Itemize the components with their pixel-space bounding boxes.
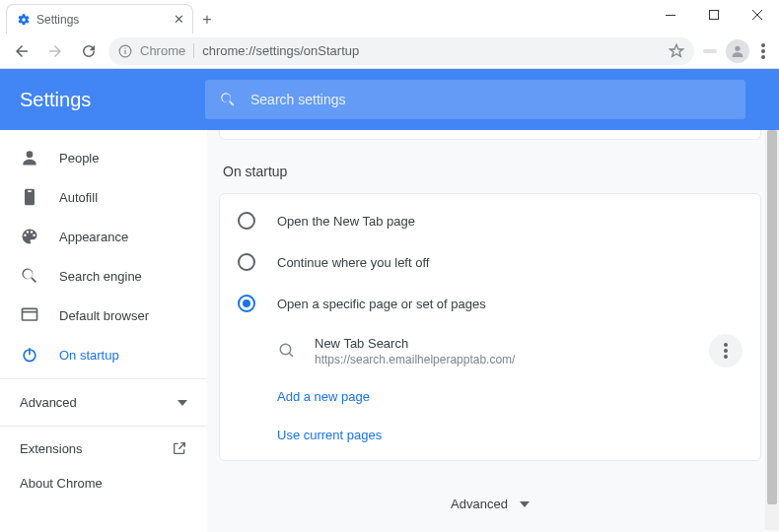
url-text: chrome://settings/onStartup: [202, 43, 359, 58]
settings-header: Settings Search settings: [0, 69, 779, 130]
page-url: https://search.emailhelperapptab.com/: [315, 353, 691, 366]
divider: [0, 378, 207, 379]
svg-rect-11: [23, 308, 37, 320]
new-tab-button[interactable]: +: [193, 6, 221, 33]
star-icon[interactable]: [669, 43, 684, 59]
window-titlebar: Settings ✕ +: [0, 0, 779, 33]
card-stub: [219, 130, 761, 140]
svg-point-19: [724, 355, 728, 359]
minimize-button[interactable]: [649, 0, 692, 30]
sidebar-item-label: People: [59, 151, 99, 166]
sidebar-item-autofill[interactable]: Autofill: [0, 177, 207, 217]
radio-icon-selected: [238, 295, 255, 312]
use-current-pages-link[interactable]: Use current pages: [220, 416, 760, 454]
sidebar-item-label: Autofill: [59, 190, 98, 205]
tab-title: Settings: [36, 13, 79, 27]
sidebar-item-default-browser[interactable]: Default browser: [0, 296, 207, 335]
on-startup-card: Open the New Tab page Continue where you…: [219, 193, 761, 461]
svg-rect-5: [703, 49, 717, 53]
svg-point-6: [735, 45, 740, 50]
browser-icon: [20, 305, 39, 325]
scrollbar-thumb[interactable]: [767, 130, 777, 504]
page-info: New Tab Search https://search.emailhelpe…: [315, 336, 691, 366]
search-settings-input[interactable]: Search settings: [205, 80, 745, 119]
advanced-footer-toggle[interactable]: Advanced: [219, 497, 761, 511]
search-icon: [20, 266, 39, 286]
svg-point-15: [280, 344, 291, 355]
chevron-down-icon: [177, 400, 187, 406]
add-new-page-link[interactable]: Add a new page: [220, 377, 760, 416]
radio-continue[interactable]: Continue where you left off: [220, 241, 760, 283]
sidebar-advanced-label: Advanced: [20, 395, 77, 410]
search-icon: [277, 341, 297, 361]
back-button[interactable]: [8, 37, 35, 65]
palette-icon: [20, 227, 39, 246]
close-tab-icon[interactable]: ✕: [174, 12, 184, 27]
radio-specific-page[interactable]: Open a specific page or set of pages: [220, 283, 760, 324]
site-info-icon[interactable]: [118, 44, 132, 58]
sidebar-item-label: On startup: [59, 348, 119, 363]
sidebar-item-search-engine[interactable]: Search engine: [0, 256, 207, 296]
svg-point-10: [27, 151, 34, 158]
external-link-icon: [172, 440, 187, 456]
person-icon: [20, 148, 39, 167]
svg-rect-1: [710, 11, 719, 20]
toolbar: Chrome chrome://settings/onStartup: [0, 33, 779, 69]
main-content: People Autofill Appearance Search engine…: [0, 130, 779, 532]
sidebar-extensions[interactable]: Extensions: [0, 431, 207, 466]
forward-button[interactable]: [41, 37, 69, 65]
extension-icon[interactable]: [700, 41, 720, 61]
svg-point-9: [761, 55, 765, 59]
sidebar-item-on-startup[interactable]: On startup: [0, 335, 207, 374]
svg-point-18: [724, 349, 728, 353]
page-name: New Tab Search: [315, 336, 691, 351]
radio-label: Open a specific page or set of pages: [277, 297, 486, 311]
gear-icon: [17, 13, 31, 27]
settings-content: On startup Open the New Tab page Continu…: [207, 130, 779, 532]
sidebar: People Autofill Appearance Search engine…: [0, 130, 207, 532]
scrollbar-track[interactable]: [765, 130, 779, 530]
window-controls: [649, 0, 779, 33]
radio-icon: [238, 253, 255, 271]
profile-avatar[interactable]: [726, 39, 749, 63]
clipboard-icon: [20, 187, 39, 207]
svg-point-17: [724, 343, 728, 347]
sidebar-about-label: About Chrome: [20, 476, 103, 491]
svg-line-16: [289, 353, 293, 357]
reload-button[interactable]: [75, 37, 103, 65]
advanced-footer-label: Advanced: [451, 497, 508, 511]
svg-point-8: [761, 49, 765, 53]
search-placeholder: Search settings: [250, 92, 346, 107]
maximize-button[interactable]: [692, 0, 736, 30]
sidebar-item-label: Default browser: [59, 308, 149, 323]
sidebar-about[interactable]: About Chrome: [0, 466, 207, 500]
svg-rect-4: [124, 47, 125, 48]
radio-new-tab[interactable]: Open the New Tab page: [220, 200, 760, 241]
divider: [0, 426, 207, 427]
svg-point-7: [761, 43, 765, 47]
url-prefix: Chrome: [140, 43, 194, 58]
browser-tab[interactable]: Settings ✕: [6, 4, 193, 33]
menu-icon[interactable]: [755, 43, 771, 59]
sidebar-item-appearance[interactable]: Appearance: [0, 217, 207, 256]
radio-icon: [238, 212, 255, 230]
page-more-button[interactable]: [709, 334, 743, 367]
close-window-button[interactable]: [736, 0, 779, 30]
sidebar-item-people[interactable]: People: [0, 138, 207, 177]
sidebar-item-label: Appearance: [59, 230, 128, 244]
sidebar-item-label: Search engine: [59, 269, 142, 284]
sidebar-extensions-label: Extensions: [20, 441, 83, 456]
chevron-down-icon: [520, 501, 530, 507]
startup-page-row: New Tab Search https://search.emailhelpe…: [220, 324, 760, 377]
search-icon: [219, 91, 237, 108]
svg-rect-3: [124, 49, 125, 53]
radio-label: Continue where you left off: [277, 255, 429, 270]
address-bar[interactable]: Chrome chrome://settings/onStartup: [108, 37, 694, 65]
sidebar-advanced-toggle[interactable]: Advanced: [0, 383, 207, 422]
power-icon: [20, 345, 39, 365]
svg-rect-0: [666, 15, 675, 16]
radio-label: Open the New Tab page: [277, 214, 415, 229]
page-title: Settings: [20, 89, 205, 111]
section-title: On startup: [219, 164, 761, 179]
